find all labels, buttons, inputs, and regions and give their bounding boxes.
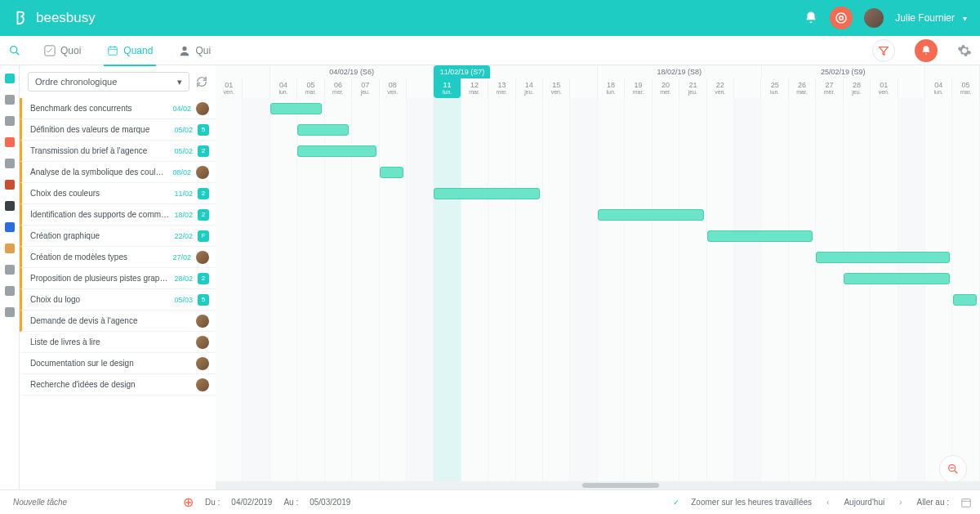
search-icon[interactable]	[8, 44, 21, 57]
tab-quoi-label: Quoi	[60, 45, 81, 56]
task-date: 08/02	[172, 168, 191, 177]
gantt-bar[interactable]	[297, 145, 376, 157]
gantt-bar[interactable]	[598, 209, 704, 221]
task-avatar	[196, 102, 209, 115]
day-header: 20mer.	[653, 78, 679, 98]
task-name: Recherche d'idées de design	[30, 380, 191, 389]
target-icon	[834, 11, 849, 25]
sort-label: Ordre chronologique	[35, 77, 117, 87]
day-header: 05mar.	[952, 78, 979, 98]
tab-quoi[interactable]: Quoi	[41, 36, 84, 65]
rail-project-9[interactable]	[5, 265, 15, 275]
notifications-icon[interactable]	[804, 11, 818, 25]
calendar-icon	[107, 45, 118, 56]
task-row[interactable]: Définition des valeurs de marque05/025	[20, 119, 216, 141]
footer-bar: ⊕ Du : 04/02/2019 Au : 05/03/2019 ✓ Zoom…	[0, 489, 980, 514]
sort-select[interactable]: Ordre chronologique ▾	[28, 72, 189, 92]
alerts-button[interactable]	[915, 39, 938, 62]
gantt-bar[interactable]	[297, 124, 349, 136]
add-task-button[interactable]: ⊕	[183, 494, 194, 510]
settings-icon[interactable]	[957, 43, 972, 58]
day-header: 08ven.	[380, 78, 407, 98]
tab-quand[interactable]: Quand	[104, 36, 156, 65]
tab-qui[interactable]: Qui	[176, 36, 214, 65]
task-row[interactable]: Choix du logo05/035	[20, 289, 216, 311]
prev-arrow[interactable]: ‹	[823, 498, 832, 507]
rail-project-3[interactable]	[5, 137, 15, 147]
task-row[interactable]: Analyse de la symbolique des couleurs08/…	[20, 162, 216, 183]
gantt-bar[interactable]	[953, 294, 977, 306]
user-menu-caret[interactable]: ▾	[963, 14, 967, 23]
task-row[interactable]: Benchmark des concurrents04/02	[20, 98, 216, 119]
gantt-bar[interactable]	[270, 103, 322, 114]
zoom-button[interactable]	[939, 455, 967, 483]
rail-project-4[interactable]	[5, 159, 15, 168]
rail-project-5[interactable]	[5, 180, 15, 190]
rail-project-11[interactable]	[5, 307, 15, 317]
new-task-input[interactable]	[8, 494, 180, 512]
svg-point-1	[840, 16, 844, 20]
task-row[interactable]: Création de modèles types27/02	[20, 247, 216, 268]
task-avatar	[196, 357, 209, 370]
user-name[interactable]: Julie Fournier	[895, 12, 955, 24]
gantt-bar[interactable]	[434, 188, 540, 199]
user-avatar[interactable]	[864, 8, 884, 28]
next-arrow[interactable]: ›	[896, 498, 905, 507]
rail-project-2[interactable]	[5, 116, 15, 126]
day-header: 11lun.	[434, 78, 461, 98]
task-avatar	[196, 166, 209, 179]
day-header: 15ven.	[543, 78, 570, 98]
day-header	[734, 78, 761, 98]
task-row[interactable]: Proposition de plusieurs pistes graphiq.…	[20, 268, 216, 289]
task-name: Choix du logo	[30, 295, 169, 304]
gantt-bar[interactable]	[816, 252, 949, 263]
zoom-icon	[947, 463, 960, 476]
task-row[interactable]: Recherche d'idées de design	[20, 374, 216, 396]
gantt-bar[interactable]	[380, 167, 403, 178]
task-row[interactable]: Création graphique22/02F	[20, 226, 216, 247]
target-button[interactable]	[830, 7, 853, 29]
task-row[interactable]: Choix des couleurs11/022	[20, 183, 216, 204]
task-name: Liste de livres à lire	[30, 337, 191, 346]
task-name: Benchmark des concurrents	[30, 104, 167, 113]
day-header	[570, 78, 597, 98]
task-row[interactable]: Documentation sur le design	[20, 353, 216, 374]
svg-line-11	[955, 471, 957, 473]
rail-project-7[interactable]	[5, 222, 15, 232]
from-date[interactable]: 04/02/2019	[231, 498, 272, 507]
task-date: 11/02	[174, 190, 193, 198]
refresh-icon[interactable]	[196, 76, 207, 87]
day-header: 25lun.	[761, 78, 788, 98]
rail-project-6[interactable]	[5, 201, 15, 211]
datepicker-icon[interactable]	[960, 497, 972, 508]
gantt-bar[interactable]	[707, 230, 813, 242]
task-row[interactable]: Demande de devis à l'agence	[20, 311, 216, 332]
task-name: Choix des couleurs	[30, 189, 169, 198]
today-button[interactable]: Aujourd'hui	[844, 498, 884, 507]
task-row[interactable]: Liste de livres à lire	[20, 332, 216, 353]
task-name: Création de modèles types	[30, 253, 167, 261]
gantt-chart[interactable]: 04/02/19 (S6)11/02/19 (S7)18/02/19 (S8)2…	[216, 65, 980, 489]
from-label: Du :	[205, 498, 220, 507]
rail-project-8[interactable]	[5, 244, 15, 253]
task-row[interactable]: Identification des supports de commun...…	[20, 204, 216, 226]
filter-button[interactable]	[872, 39, 895, 62]
brand-logo[interactable]: beesbusy	[13, 9, 96, 27]
task-date: 05/03	[174, 296, 193, 304]
to-date[interactable]: 05/03/2019	[310, 498, 350, 507]
rail-project-0[interactable]	[5, 74, 15, 83]
task-row[interactable]: Transmission du brief à l'agence05/022	[20, 141, 216, 162]
rail-project-1[interactable]	[5, 95, 15, 105]
day-header: 04lun.	[925, 78, 952, 98]
svg-rect-13	[962, 498, 971, 507]
zoom-hours-label[interactable]: Zoomer sur les heures travaillées	[691, 498, 812, 507]
task-badge: 2	[198, 145, 209, 157]
rail-project-10[interactable]	[5, 286, 15, 296]
gantt-bar[interactable]	[844, 273, 950, 284]
filter-icon	[878, 45, 889, 56]
day-header	[407, 78, 434, 98]
task-avatar	[196, 315, 209, 328]
horizontal-scrollbar[interactable]	[216, 481, 980, 489]
zoom-hours-checkbox[interactable]: ✓	[673, 498, 679, 507]
week-header: 11/02/19 (S7)	[434, 65, 598, 78]
